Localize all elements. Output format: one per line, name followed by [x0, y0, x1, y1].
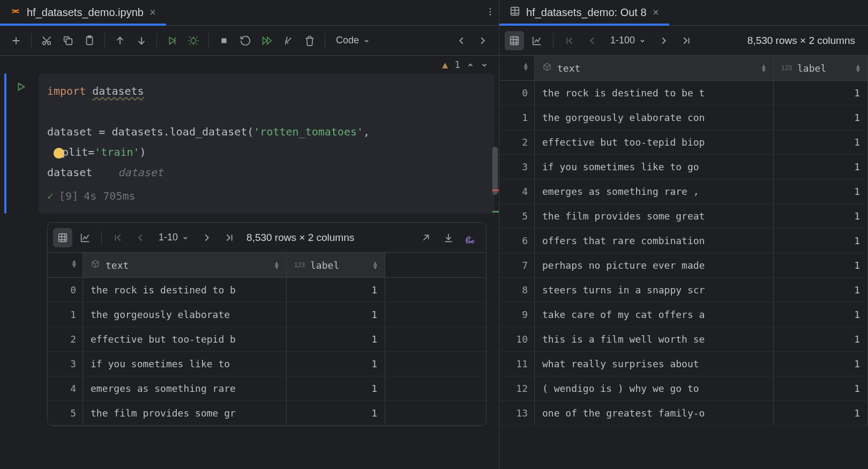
svg-rect-5 — [66, 39, 72, 44]
editor-tabbar: hf_datasets_demo.ipynb — [0, 0, 499, 26]
table-row[interactable]: 7perhaps no picture ever made1 — [499, 253, 868, 278]
restart-button[interactable] — [236, 31, 255, 50]
table-row[interactable]: 8steers turns in a snappy scr1 — [499, 278, 868, 302]
label-column-header[interactable]: 123 label ▲▼ — [287, 253, 385, 277]
table-row[interactable]: 2effective but too-tepid b1 — [48, 327, 486, 352]
cell-text: effective but too-tepid biop — [535, 130, 774, 154]
cell-label: 1 — [774, 253, 868, 277]
run-cell-gutter-icon[interactable] — [15, 73, 30, 214]
index-column-header[interactable]: ▲▼ — [48, 253, 83, 277]
table-row[interactable]: 0the rock is destined to b1 — [48, 278, 486, 302]
prev-cell-button[interactable] — [452, 31, 471, 50]
cell-label: 1 — [774, 352, 868, 376]
close-icon[interactable] — [149, 6, 156, 19]
svg-point-0 — [490, 8, 491, 10]
cell-text: perhaps no picture ever made — [535, 253, 774, 277]
code-editor[interactable]: import datasets dataset = datasets.load_… — [39, 73, 495, 214]
cube-icon — [91, 259, 100, 271]
copy-button[interactable] — [58, 31, 78, 50]
output-tab[interactable]: hf_datasets_demo: Out 8 — [499, 0, 669, 25]
page-range-dropdown[interactable]: 1-100 — [605, 31, 651, 50]
first-page-button[interactable] — [108, 228, 128, 247]
code-text: = datasets.load_dataset( — [92, 125, 253, 138]
minimap-ok-mark[interactable] — [492, 211, 499, 213]
table-row[interactable]: 13one of the greatest family-o1 — [499, 401, 868, 426]
scrollbar-thumb[interactable] — [492, 147, 498, 195]
move-up-button[interactable] — [110, 31, 130, 50]
close-icon[interactable] — [652, 6, 660, 19]
dataframe-summary: 8,530 rows × 2 columns — [246, 232, 354, 244]
cell-text: if you sometimes like to go — [535, 155, 774, 179]
row-index: 2 — [499, 130, 535, 154]
table-view-button[interactable] — [505, 31, 524, 50]
cut-button[interactable] — [37, 31, 56, 50]
column-name: label — [310, 260, 339, 271]
text-column-header[interactable]: text ▲▼ — [535, 56, 774, 80]
table-row[interactable]: 2effective but too-tepid biop1 — [499, 130, 868, 155]
notebook-tab[interactable]: hf_datasets_demo.ipynb — [0, 0, 166, 25]
prev-page-button[interactable] — [582, 31, 602, 50]
run-cell-button[interactable] — [162, 31, 182, 50]
table-row[interactable]: 5the film provides some great1 — [499, 204, 868, 229]
chevron-down-icon[interactable] — [481, 61, 488, 69]
next-cell-button[interactable] — [473, 31, 492, 50]
module-name: datasets — [92, 85, 144, 97]
execution-count: [9] — [59, 186, 78, 206]
clear-output-button[interactable] — [279, 31, 298, 50]
add-cell-button[interactable] — [6, 31, 26, 50]
paste-button[interactable] — [80, 31, 99, 50]
last-page-button[interactable] — [677, 31, 696, 50]
first-page-button[interactable] — [560, 31, 579, 50]
text-column-header[interactable]: text ▲▼ — [83, 253, 287, 277]
label-column-header[interactable]: 123 label ▲▼ — [774, 56, 868, 80]
table-row[interactable]: 4emerges as something rare ,1 — [499, 179, 868, 204]
table-row[interactable]: 11what really surprises about1 — [499, 352, 868, 376]
next-page-button[interactable] — [197, 228, 216, 247]
code-text: plit= — [62, 146, 94, 158]
table-row[interactable]: 0the rock is destined to be t1 — [499, 81, 868, 105]
cell-label: 1 — [774, 105, 868, 130]
row-index: 0 — [48, 278, 83, 302]
chevron-up-icon[interactable] — [467, 61, 474, 69]
table-row[interactable]: 1the gorgeously elaborate con1 — [499, 105, 868, 130]
table-row[interactable]: 10this is a film well worth se1 — [499, 327, 868, 352]
cell-text: the gorgeously elaborate — [83, 302, 287, 327]
table-row[interactable]: 5the film provides some gr1 — [48, 401, 486, 426]
page-range-dropdown[interactable]: 1-10 — [153, 228, 194, 247]
run-all-button[interactable] — [257, 31, 276, 50]
index-column-header[interactable]: ▲▼ — [499, 56, 535, 80]
notebook-toolbar: Code — [0, 26, 499, 56]
chart-view-button[interactable] — [76, 228, 95, 247]
stop-button[interactable] — [214, 31, 234, 50]
viewer-table: ▲▼ text ▲▼ 123 label ▲▼ 0the rock is des… — [499, 56, 868, 426]
cell-text: one of the greatest family-o — [535, 401, 774, 425]
table-row[interactable]: 3if you sometimes like to 1 — [48, 352, 486, 376]
next-page-button[interactable] — [654, 31, 674, 50]
table-icon — [509, 5, 521, 20]
table-row[interactable]: 3if you sometimes like to go1 — [499, 155, 868, 179]
more-icon[interactable] — [482, 7, 499, 19]
tab-title: hf_datasets_demo.ipynb — [27, 6, 144, 19]
cell-type-dropdown[interactable]: Code — [331, 31, 375, 50]
column-name: label — [797, 63, 826, 74]
open-new-tab-button[interactable] — [416, 228, 436, 247]
download-button[interactable] — [439, 228, 458, 247]
cell-text: the rock is destined to b — [83, 278, 287, 302]
table-row[interactable]: 1the gorgeously elaborate 1 — [48, 302, 486, 327]
code-cell[interactable]: import datasets dataset = datasets.load_… — [0, 73, 499, 218]
string-literal: 'train' — [94, 146, 139, 158]
debug-button[interactable] — [184, 31, 203, 50]
table-row[interactable]: 12( wendigo is ) why we go to1 — [499, 376, 868, 401]
prev-page-button[interactable] — [131, 228, 150, 247]
delete-button[interactable] — [300, 31, 319, 50]
table-view-button[interactable] — [53, 228, 72, 247]
table-row[interactable]: 9take care of my cat offers a1 — [499, 302, 868, 327]
table-row[interactable]: 6offers that rare combination1 — [499, 229, 868, 253]
table-row[interactable]: 4emerges as something rare1 — [48, 376, 486, 401]
inspection-strip[interactable]: ▲ 1 — [0, 56, 499, 73]
last-page-button[interactable] — [220, 228, 239, 247]
chart-view-button[interactable] — [527, 31, 547, 50]
settings-spiral-icon[interactable] — [461, 228, 481, 247]
move-down-button[interactable] — [132, 31, 151, 50]
minimap-error-mark[interactable] — [492, 190, 499, 191]
